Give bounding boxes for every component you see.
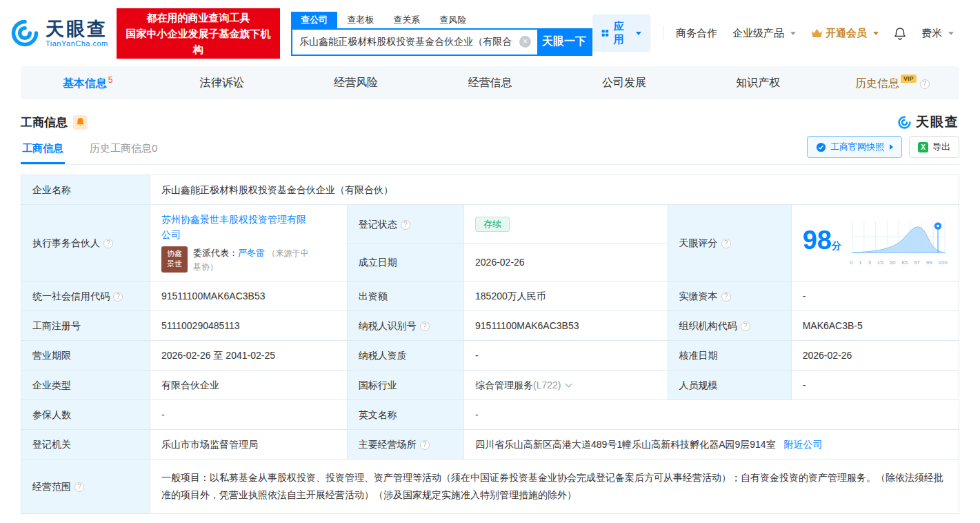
field-label: 参保人数 <box>32 409 71 420</box>
tab-history-info[interactable]: 历史信息VIP <box>826 75 959 91</box>
tianyancha-logo[interactable]: 天眼查 TianYanCha.com <box>10 18 108 48</box>
field-value: - <box>803 290 806 302</box>
field-value: 2026-02-26 <box>475 257 525 268</box>
search-input[interactable] <box>292 30 519 55</box>
tab-company-development[interactable]: 公司发展 <box>557 76 691 90</box>
subtab-business-info[interactable]: 工商信息 <box>21 135 65 164</box>
partner-company-link[interactable]: 苏州协鑫景世丰股权投资管理有限公司 <box>161 212 306 242</box>
slogan-line2: 国家中小企业发展子基金旗下机构 <box>123 26 273 57</box>
tianyancha-watermark-logo: 天眼查 <box>897 113 959 131</box>
clear-icon[interactable]: × <box>519 36 531 48</box>
question-icon[interactable] <box>103 239 113 248</box>
field-label: 天眼评分 <box>679 237 718 248</box>
score-label: 天眼评分 <box>668 205 791 282</box>
search-area: 查公司 查老板 查关系 查风险 × 天眼一下 <box>291 11 592 56</box>
tab-legal-proceedings[interactable]: 法律诉讼 <box>154 76 288 90</box>
chevron-down-icon[interactable] <box>565 381 572 388</box>
field-label: 经营范围 <box>32 481 71 492</box>
business-scope-value: 一般项目：以私募基金从事股权投资、投资管理、资产管理等活动（须在中国证券投资基金… <box>150 460 959 514</box>
status-badge: 存续 <box>475 217 510 232</box>
tab-basic-info[interactable]: 基本信息5 <box>21 75 154 91</box>
official-snapshot-button[interactable]: 工商官网快照 <box>807 136 902 158</box>
partner-company-logo[interactable]: 协鑫 景世 <box>161 246 188 273</box>
approval-date-value: 2026-02-26 <box>791 341 959 371</box>
capital-label: 出资额 <box>347 282 463 311</box>
field-label: 国标行业 <box>359 379 397 391</box>
field-value: 一般项目：以私募基金从事股权投资、投资管理、资产管理等活动（须在中国证券投资基金… <box>161 472 943 500</box>
org-code-label: 组织机构代码 <box>668 311 791 341</box>
question-icon[interactable] <box>721 239 731 248</box>
export-button[interactable]: 导出 <box>909 136 959 158</box>
paid-capital-label: 实缴资本 <box>668 282 791 311</box>
field-value: 有限合伙企业 <box>161 379 219 391</box>
tab-operating-risk[interactable]: 经营风险 <box>289 76 423 90</box>
subscribe-bell-icon[interactable] <box>73 115 88 130</box>
question-icon[interactable] <box>401 220 410 230</box>
taxpayer-id-value: 91511100MAK6AC3B53 <box>464 311 668 341</box>
score-distribution-chart: 0 1 3 15 50 85 97 99 100 <box>850 219 948 266</box>
capital-value: 185200万人民币 <box>464 282 668 311</box>
delegate-name-link[interactable]: 严冬雷 <box>238 248 265 258</box>
caret-down-icon <box>790 32 796 35</box>
approval-date-label: 核准日期 <box>668 341 791 371</box>
managing-partner-value: 苏州协鑫景世丰股权投资管理有限公司 协鑫 景世 委派代表：严冬雷 （来源于中基协… <box>150 205 347 282</box>
bell-icon <box>894 27 906 40</box>
question-icon[interactable] <box>420 440 430 450</box>
field-label: 执行事务合伙人 <box>32 237 100 248</box>
bell-icon <box>76 117 85 127</box>
subtab-history-business-info[interactable]: 历史工商信息0 <box>88 135 159 164</box>
notifications-bell-icon[interactable] <box>894 27 906 40</box>
tab-intellectual-property[interactable]: 知识产权 <box>691 76 825 90</box>
english-name-label: 英文名称 <box>347 400 463 430</box>
delegate-block: 委派代表：严冬雷 （来源于中基协） <box>193 246 314 274</box>
question-icon[interactable] <box>721 292 731 302</box>
field-value: 乐山鑫能正极材料股权投资基金合伙企业（有限合伙） <box>161 184 393 195</box>
logo-text-line2: 景世 <box>161 259 188 269</box>
tick: 3 <box>868 259 871 266</box>
vip-upgrade-link[interactable]: 开通会员 <box>811 27 879 40</box>
table-row: 执行事务合伙人 苏州协鑫景世丰股权投资管理有限公司 协鑫 景世 委派代表：严冬雷… <box>21 205 959 244</box>
field-label: 工商注册号 <box>32 320 81 331</box>
staff-size-label: 人员规模 <box>668 371 791 400</box>
apps-button[interactable]: 应用 <box>592 14 650 52</box>
company-name-label: 企业名称 <box>21 175 150 205</box>
search-box: × 天眼一下 <box>291 28 592 56</box>
search-button[interactable]: 天眼一下 <box>537 30 591 55</box>
reg-number-label: 工商注册号 <box>21 311 150 341</box>
field-label: 出资额 <box>359 290 388 302</box>
business-info-table: 企业名称 乐山鑫能正极材料股权投资基金合伙企业（有限合伙） 执行事务合伙人 苏州… <box>21 175 959 514</box>
question-icon[interactable] <box>920 79 930 89</box>
company-type-label: 企业类型 <box>21 371 150 400</box>
enterprise-products-link[interactable]: 企业级产品 <box>732 27 796 40</box>
question-icon[interactable] <box>74 482 84 492</box>
insured-count-label: 参保人数 <box>21 400 150 430</box>
search-tab-relation[interactable]: 查关系 <box>383 12 430 28</box>
field-value: 2026-02-26 至 2041-02-25 <box>161 350 275 361</box>
username-menu[interactable]: 费米 <box>921 27 954 40</box>
business-cooperation-link[interactable]: 商务合作 <box>676 27 717 40</box>
field-label: 主要经营场所 <box>359 439 417 450</box>
english-name-value: - <box>464 400 959 430</box>
search-tab-boss[interactable]: 查老板 <box>337 12 383 28</box>
watermark-brand-label: 天眼查 <box>916 113 959 131</box>
question-icon[interactable] <box>420 322 430 331</box>
nearby-companies-link[interactable]: 附近公司 <box>784 439 823 450</box>
table-row: 工商注册号 511100290485113 纳税人识别号 91511100MAK… <box>21 311 959 341</box>
subtab-actions: 工商官网快照 导出 <box>807 136 959 158</box>
question-icon[interactable] <box>113 292 123 302</box>
section-title: 工商信息 <box>21 115 68 130</box>
taxpayer-qualification-value: - <box>464 341 668 371</box>
business-cooperation-label: 商务合作 <box>676 27 717 40</box>
org-code-value: MAK6AC3B-5 <box>791 311 959 341</box>
excel-icon <box>918 142 928 152</box>
field-label: 核准日期 <box>679 350 718 361</box>
search-tab-company[interactable]: 查公司 <box>291 12 337 28</box>
logo-text-line1: 协鑫 <box>161 248 188 259</box>
taxpayer-qualification-label: 纳税人资质 <box>347 341 463 371</box>
question-icon[interactable] <box>741 322 750 331</box>
table-row: 企业类型 有限合伙企业 国标行业 综合管理服务(L722) 人员规模 - <box>21 371 959 400</box>
business-term-value: 2026-02-26 至 2041-02-25 <box>150 341 347 371</box>
tab-operating-info[interactable]: 经营信息 <box>423 76 557 90</box>
search-tab-risk[interactable]: 查风险 <box>430 12 476 28</box>
score-curve <box>850 219 948 255</box>
